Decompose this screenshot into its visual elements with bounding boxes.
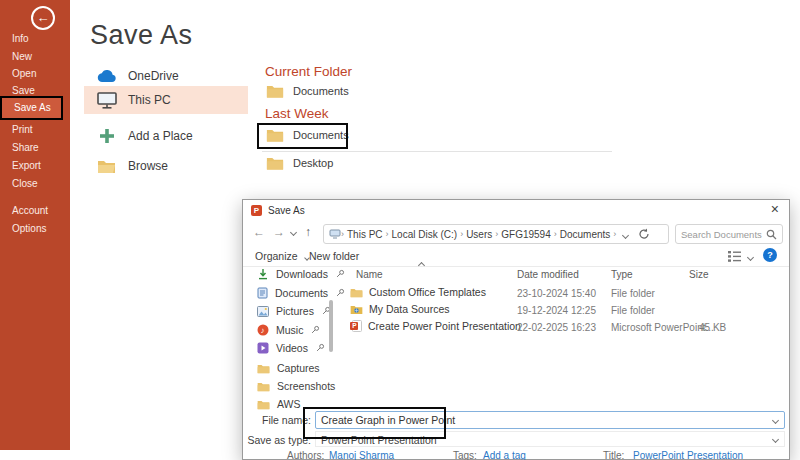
- breadcrumb-users[interactable]: Users: [466, 229, 492, 240]
- folder-label: Documents: [293, 129, 349, 141]
- column-header-date-modified[interactable]: Date modified: [517, 269, 579, 280]
- file-type: File folder: [611, 288, 655, 299]
- tree-item-pictures[interactable]: Pictures: [257, 305, 331, 317]
- refresh-icon[interactable]: [638, 228, 650, 242]
- breadcrumb-local-disk[interactable]: Local Disk (C:): [392, 229, 458, 240]
- breadcrumb-this-pc[interactable]: This PC: [347, 229, 383, 240]
- sidebar-item-share[interactable]: Share: [12, 142, 39, 153]
- list-view-icon[interactable]: [728, 251, 741, 264]
- tree-item-music[interactable]: ♪ Music: [257, 324, 320, 336]
- recent-folder-documents-lastweek[interactable]: Documents: [266, 128, 349, 142]
- recent-folder-desktop[interactable]: Desktop: [266, 156, 333, 170]
- breadcrumb-user[interactable]: GFG19594: [501, 229, 550, 240]
- tree-item-downloads[interactable]: Downloads: [257, 268, 345, 280]
- place-label: This PC: [128, 93, 171, 107]
- place-add-a-place[interactable]: Add a Place: [84, 122, 248, 150]
- sidebar-item-account[interactable]: Account: [12, 205, 48, 216]
- place-browse[interactable]: Browse: [84, 152, 248, 180]
- file-row-create-power-point-presentation[interactable]: P Create Power Point Presentation: [350, 320, 521, 332]
- page-title: Save As: [90, 20, 193, 51]
- column-header-size[interactable]: Size: [689, 269, 708, 280]
- breadcrumb-separator: [554, 229, 557, 239]
- sidebar-item-save[interactable]: Save: [12, 85, 35, 96]
- powerpoint-app-icon: P: [251, 205, 262, 216]
- data-source-icon: [350, 304, 363, 315]
- back-button[interactable]: ←: [31, 6, 55, 30]
- nav-back-icon[interactable]: ←: [253, 225, 265, 239]
- dialog-titlebar[interactable]: P Save As ×: [243, 200, 789, 220]
- new-folder-button[interactable]: New folder: [309, 250, 359, 262]
- tree-label: Downloads: [276, 268, 328, 280]
- view-options-chevron-icon[interactable]: [747, 254, 754, 261]
- tags-add-link[interactable]: Add a tag: [483, 450, 526, 460]
- file-type: File folder: [611, 305, 655, 316]
- folder-icon: [257, 363, 270, 374]
- file-row-my-data-sources[interactable]: My Data Sources: [350, 303, 450, 315]
- pin-icon: [316, 342, 325, 354]
- tree-item-screenshots[interactable]: Screenshots: [257, 380, 335, 392]
- authors-value[interactable]: Manoj Sharma: [329, 450, 394, 460]
- sidebar-item-print[interactable]: Print: [12, 124, 33, 135]
- folder-icon: [257, 381, 270, 392]
- sidebar-item-export[interactable]: Export: [12, 160, 41, 171]
- sidebar-item-save-as[interactable]: Save As: [0, 96, 63, 120]
- section-heading-last-week: Last Week: [265, 106, 329, 121]
- backstage-sidebar: ← Info New Open Save Save As Print Share…: [0, 0, 70, 450]
- save-as-type-select[interactable]: PowerPoint Presentation: [315, 431, 785, 447]
- tree-item-captures[interactable]: Captures: [257, 362, 320, 374]
- tags-label: Tags:: [453, 450, 477, 460]
- title-label: Title:: [603, 450, 624, 460]
- breadcrumb-separator: [613, 229, 616, 239]
- sidebar-item-open[interactable]: Open: [12, 68, 36, 79]
- file-name: Custom Office Templates: [369, 286, 486, 298]
- tree-item-videos[interactable]: Videos: [257, 342, 325, 354]
- column-header-name[interactable]: Name: [356, 269, 383, 280]
- close-icon[interactable]: ×: [771, 201, 779, 217]
- dialog-title: Save As: [268, 205, 305, 216]
- nav-history-chevron-icon[interactable]: [290, 229, 297, 236]
- place-label: Browse: [128, 159, 168, 173]
- tree-scrollbar[interactable]: [329, 300, 333, 352]
- place-label: Add a Place: [128, 129, 193, 143]
- search-input[interactable]: [681, 226, 767, 242]
- powerpoint-file-icon: P: [350, 320, 362, 332]
- dialog-toolbar: Organize New folder ?: [243, 248, 789, 266]
- help-icon[interactable]: ?: [763, 248, 777, 262]
- sidebar-item-new[interactable]: New: [12, 51, 32, 62]
- search-box: [675, 224, 783, 244]
- place-label: OneDrive: [128, 69, 179, 83]
- tree-label: Documents: [275, 287, 328, 299]
- file-name-input[interactable]: [321, 413, 761, 427]
- column-header-type[interactable]: Type: [611, 269, 633, 280]
- breadcrumb-documents[interactable]: Documents: [560, 229, 611, 240]
- tree-label: Music: [276, 324, 303, 336]
- sidebar-item-options[interactable]: Options: [12, 223, 46, 234]
- svg-text:♪: ♪: [260, 326, 264, 335]
- tree-item-documents[interactable]: Documents: [257, 287, 345, 299]
- folder-label: Documents: [293, 85, 349, 97]
- file-name-dropdown-chevron-icon[interactable]: [772, 417, 779, 424]
- svg-text:P: P: [352, 322, 357, 329]
- file-date: 22-02-2025 16:23: [517, 322, 596, 333]
- nav-forward-icon[interactable]: →: [273, 225, 285, 239]
- folder-label: Desktop: [293, 157, 333, 169]
- browse-folder-icon: [92, 159, 122, 174]
- recent-folder-documents-current[interactable]: Documents: [266, 84, 349, 98]
- title-value[interactable]: PowerPoint Presentation: [633, 450, 743, 460]
- organize-button[interactable]: Organize: [255, 250, 309, 262]
- place-this-pc[interactable]: This PC: [84, 86, 248, 114]
- search-icon[interactable]: [766, 229, 777, 242]
- pin-icon: [336, 268, 345, 280]
- nav-up-icon[interactable]: ↑: [305, 225, 311, 239]
- dialog-navbar: ← → ↑ This PC Local Disk (C:) Users GFG1…: [243, 222, 789, 246]
- address-bar[interactable]: This PC Local Disk (C:) Users GFG19594 D…: [323, 224, 669, 244]
- sidebar-item-close[interactable]: Close: [12, 178, 38, 189]
- pictures-icon: [257, 306, 269, 317]
- section-heading-current-folder: Current Folder: [265, 64, 352, 79]
- file-row-custom-office-templates[interactable]: Custom Office Templates: [350, 286, 486, 298]
- this-pc-monitor-icon: [92, 92, 122, 109]
- save-as-type-label: Save as type:: [243, 434, 311, 446]
- tree-item-aws[interactable]: AWS: [257, 398, 301, 410]
- sidebar-item-info[interactable]: Info: [12, 33, 29, 44]
- address-dropdown-chevron-icon[interactable]: [622, 232, 629, 239]
